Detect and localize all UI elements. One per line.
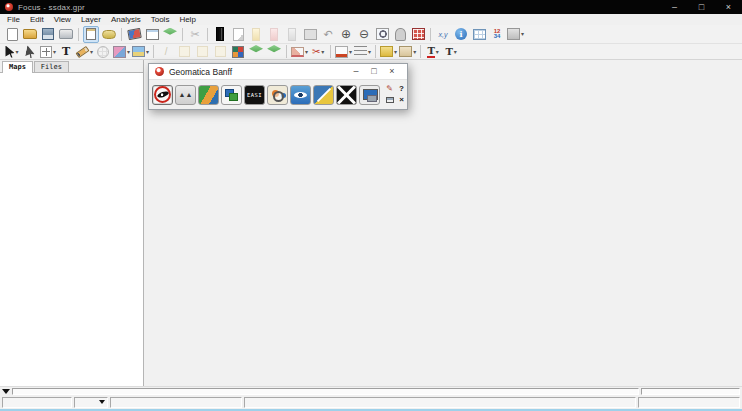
edit-cursor-icon[interactable] bbox=[22, 45, 38, 59]
focus-launcher-icon[interactable] bbox=[152, 85, 173, 105]
banff-maximize-button[interactable]: □ bbox=[365, 67, 383, 76]
menu-layer[interactable]: Layer bbox=[76, 15, 106, 24]
edit-cursor-glyph bbox=[24, 45, 35, 59]
line-color-icon[interactable]: ▾ bbox=[335, 45, 352, 59]
vertex-glyph bbox=[40, 46, 52, 58]
measure-ruler-icon[interactable]: ▾ bbox=[291, 45, 308, 59]
modeler-icon[interactable] bbox=[221, 85, 242, 105]
enhancement-root-icon[interactable] bbox=[266, 26, 282, 43]
text-style-icon[interactable]: T▾ bbox=[443, 45, 459, 59]
shape-fill-icon[interactable]: ▾ bbox=[113, 45, 130, 59]
maximize-button[interactable]: □ bbox=[688, 0, 715, 14]
tab-files[interactable]: Files bbox=[34, 61, 69, 72]
python-brush-icon[interactable] bbox=[313, 85, 334, 105]
layer-stack-icon[interactable] bbox=[248, 45, 264, 59]
help-icon[interactable]: ? bbox=[396, 84, 407, 94]
add-layer-icon[interactable] bbox=[162, 26, 178, 43]
view-report-icon[interactable] bbox=[83, 26, 99, 43]
banff-minimize-button[interactable]: – bbox=[347, 67, 365, 76]
chevron-down-icon: ▾ bbox=[349, 49, 352, 55]
menu-view[interactable]: View bbox=[49, 15, 76, 24]
new-file-icon[interactable] bbox=[4, 26, 20, 43]
chevron-down-icon: ▾ bbox=[15, 49, 18, 55]
line-color-glyph bbox=[335, 46, 348, 58]
insert-image-icon[interactable]: ▾ bbox=[132, 45, 149, 59]
fixed-sized-zoom-icon[interactable] bbox=[410, 26, 426, 43]
draw-polygon-icon[interactable] bbox=[212, 45, 228, 59]
draw-arc-icon[interactable] bbox=[176, 45, 192, 59]
pencil-edit-icon[interactable]: ▾ bbox=[76, 45, 93, 59]
select-cursor-icon[interactable]: ▾ bbox=[4, 45, 20, 59]
open-folder-icon[interactable] bbox=[22, 26, 38, 43]
georeference-globe-icon[interactable] bbox=[95, 45, 111, 59]
attribute-table-icon[interactable] bbox=[471, 26, 487, 43]
text-tool-glyph: T bbox=[62, 46, 70, 57]
clip-region-icon[interactable] bbox=[336, 85, 357, 105]
maps-tree[interactable] bbox=[0, 73, 143, 386]
page-flip-icon[interactable] bbox=[230, 26, 246, 43]
bottom-collapse-row bbox=[0, 386, 742, 395]
link-icon[interactable] bbox=[101, 26, 117, 43]
menu-analysis[interactable]: Analysis bbox=[106, 15, 146, 24]
menu-edit[interactable]: Edit bbox=[25, 15, 49, 24]
draw-line-icon[interactable]: / bbox=[158, 45, 174, 59]
notes-pencil-icon[interactable]: ✎ bbox=[384, 84, 395, 94]
toolbar-separator bbox=[182, 28, 183, 41]
license-monitor-icon[interactable] bbox=[359, 85, 380, 105]
restore-window-icon[interactable] bbox=[384, 95, 395, 105]
enhancement-equalize-icon[interactable] bbox=[284, 26, 300, 43]
banff-titlebar[interactable]: Geomatica Banff – □ × bbox=[149, 64, 407, 80]
close-button[interactable]: × bbox=[715, 0, 742, 14]
easi-console-icon[interactable]: EASI bbox=[244, 85, 265, 105]
status-cell-scale-dropdown[interactable] bbox=[74, 397, 108, 408]
layer-stack-alt-icon[interactable] bbox=[266, 45, 282, 59]
tab-maps[interactable]: Maps bbox=[2, 61, 33, 73]
new-map-window-icon[interactable] bbox=[144, 26, 160, 43]
zoom-previous-icon[interactable]: ↶ bbox=[320, 26, 336, 43]
minimize-button[interactable]: – bbox=[661, 0, 688, 14]
print-icon[interactable] bbox=[58, 26, 74, 43]
add-layer-glyph bbox=[163, 28, 177, 41]
cursor-position-icon[interactable]: x,y bbox=[435, 26, 451, 43]
fill-pattern-icon[interactable]: ▾ bbox=[399, 45, 416, 59]
fill-color-icon[interactable]: ▾ bbox=[380, 45, 397, 59]
zoom-to-overview-icon[interactable] bbox=[374, 26, 390, 43]
identify-info-icon[interactable]: i bbox=[453, 26, 469, 43]
chevron-down-icon: ▾ bbox=[521, 31, 524, 37]
page-flip-glyph bbox=[233, 28, 244, 41]
text-color-icon[interactable]: T▾ bbox=[425, 45, 441, 59]
exit-icon[interactable]: × bbox=[396, 95, 407, 105]
save-icon[interactable] bbox=[40, 26, 56, 43]
enhancement-active-icon[interactable] bbox=[212, 26, 228, 43]
menu-tools[interactable]: Tools bbox=[146, 15, 175, 24]
menu-help[interactable]: Help bbox=[174, 15, 200, 24]
banff-close-button[interactable]: × bbox=[383, 67, 401, 76]
zoom-in-icon[interactable]: ⊕ bbox=[338, 26, 354, 43]
chevron-down-icon: ▾ bbox=[305, 49, 308, 55]
enhancement-linear-icon[interactable] bbox=[248, 26, 264, 43]
orthoengine-icon[interactable]: ▲▲ bbox=[175, 85, 196, 105]
text-tool-icon[interactable]: T bbox=[58, 45, 74, 59]
edit-scissors-icon[interactable]: ✂▾ bbox=[310, 45, 326, 59]
menu-file[interactable]: File bbox=[2, 15, 25, 24]
symbol-color-icon[interactable] bbox=[230, 45, 246, 59]
cut-icon[interactable]: ✂ bbox=[187, 26, 203, 43]
pan-hand-icon[interactable] bbox=[392, 26, 408, 43]
dropdown-triangle-icon bbox=[99, 400, 105, 404]
numeric-values-icon[interactable]: 12 34 bbox=[489, 26, 505, 43]
line-width-icon[interactable]: ▾ bbox=[354, 45, 371, 59]
raster-tools-icon[interactable]: ▾ bbox=[507, 26, 524, 43]
draw-rectangle-icon[interactable] bbox=[194, 45, 210, 59]
vertex-grid-icon[interactable]: ▾ bbox=[40, 45, 56, 59]
gray-window-icon[interactable] bbox=[302, 26, 318, 43]
clipboard-eraser-icon[interactable] bbox=[126, 26, 142, 43]
fill-color-glyph bbox=[380, 46, 393, 57]
map-mosaic-icon[interactable] bbox=[198, 85, 219, 105]
community-search-icon[interactable] bbox=[267, 85, 288, 105]
zoom-out-icon[interactable]: ⊖ bbox=[356, 26, 372, 43]
zoom-overview-glyph bbox=[376, 28, 389, 40]
expand-panel-triangle-icon[interactable] bbox=[2, 389, 10, 394]
status-cell-message bbox=[244, 397, 636, 408]
image-catalog-icon[interactable] bbox=[290, 85, 311, 105]
text-color-glyph: T bbox=[427, 46, 434, 58]
